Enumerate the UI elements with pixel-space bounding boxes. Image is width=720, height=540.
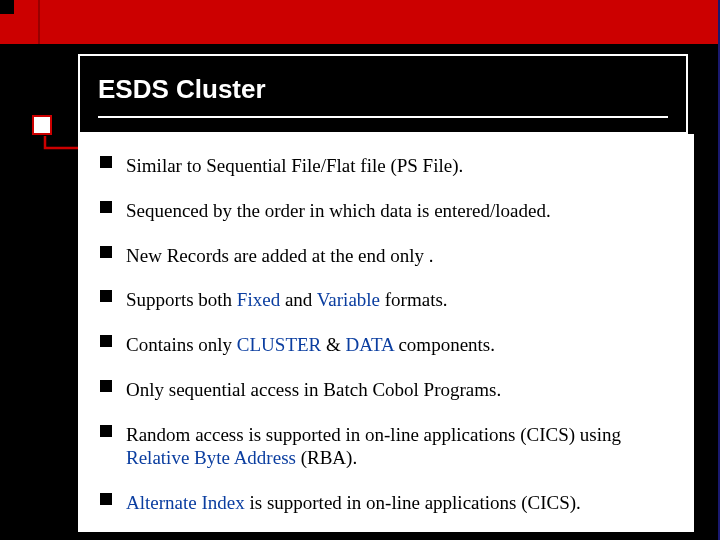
bullet-text: components. (394, 334, 495, 355)
bullet-text: & (321, 334, 345, 355)
bullet-text: Sequenced by the order in which data is … (126, 200, 551, 221)
list-item: Sequenced by the order in which data is … (100, 199, 672, 223)
bullet-text: Contains only (126, 334, 237, 355)
list-item: Similar to Sequential File/Flat file (PS… (100, 154, 672, 178)
bullet-text: Random access is supported in on-line ap… (126, 424, 621, 445)
bullet-emph: DATA (346, 334, 394, 355)
list-item: Only sequential access in Batch Cobol Pr… (100, 378, 672, 402)
bullet-text: formats. (380, 289, 448, 310)
list-item: Contains only CLUSTER & DATA components. (100, 333, 672, 357)
marker-square-icon (32, 115, 52, 135)
slide-title: ESDS Cluster (98, 74, 668, 105)
bullet-emph: Relative Byte Address (126, 447, 296, 468)
bullet-text: Only sequential access in Batch Cobol Pr… (126, 379, 501, 400)
bullet-text: (RBA). (296, 447, 357, 468)
list-item: Random access is supported in on-line ap… (100, 423, 672, 471)
top-banner (0, 0, 720, 44)
bullet-list: Similar to Sequential File/Flat file (PS… (100, 154, 672, 515)
bullet-text: Supports both (126, 289, 237, 310)
content-panel: Similar to Sequential File/Flat file (PS… (78, 134, 694, 532)
bullet-text: is supported in on-line applications (CI… (245, 492, 581, 513)
list-item: New Records are added at the end only . (100, 244, 672, 268)
bullet-emph: Variable (317, 289, 380, 310)
title-underline (98, 116, 668, 118)
bullet-emph: CLUSTER (237, 334, 321, 355)
bullet-emph: Alternate Index (126, 492, 245, 513)
bullet-text: Similar to Sequential File/Flat file (PS… (126, 155, 463, 176)
list-item: Alternate Index is supported in on-line … (100, 491, 672, 515)
bullet-emph: Fixed (237, 289, 280, 310)
bullet-text: and (280, 289, 317, 310)
list-item: Supports both Fixed and Variable formats… (100, 288, 672, 312)
corner-decor (0, 0, 14, 14)
title-box: ESDS Cluster (78, 54, 688, 134)
bullet-text: New Records are added at the end only . (126, 245, 434, 266)
